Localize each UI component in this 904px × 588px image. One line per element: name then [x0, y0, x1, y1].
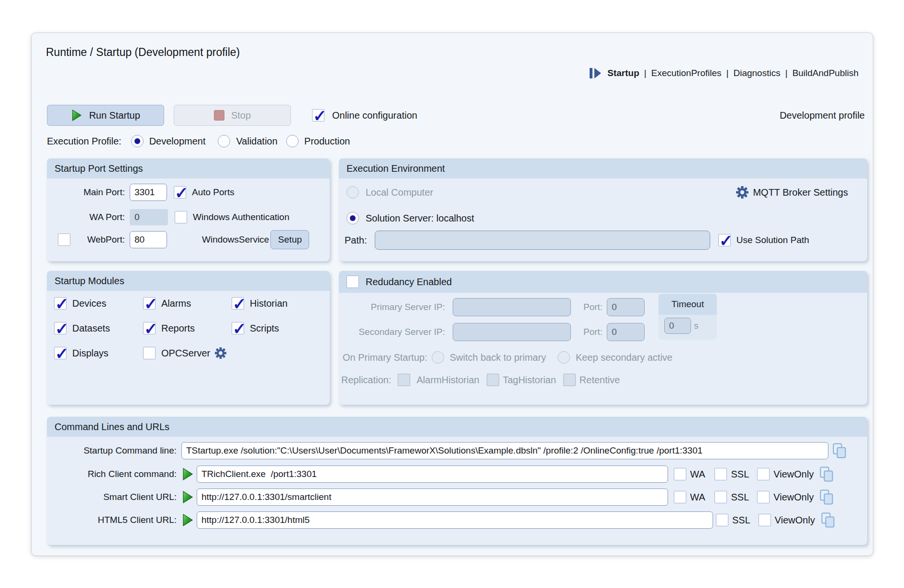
module-checkbox-reports[interactable]	[143, 322, 156, 334]
module-item: Historian	[232, 296, 288, 311]
rich-client-wa-checkbox[interactable]	[674, 468, 686, 480]
main-port-input[interactable]	[130, 184, 167, 201]
module-checkbox-historian[interactable]	[232, 297, 244, 310]
profile-radio-development[interactable]	[131, 135, 144, 147]
launch-play-icon[interactable]	[181, 513, 194, 527]
rich-client-ssl-checkbox[interactable]	[714, 468, 727, 480]
windows-service-setup-button[interactable]: Setup	[270, 230, 309, 249]
use-solution-path-checkbox[interactable]	[718, 234, 731, 246]
windows-service-label: WindowsService	[202, 234, 269, 245]
module-checkbox-scripts[interactable]	[232, 322, 244, 334]
command-lines-title: Command Lines and URLs	[47, 417, 867, 437]
check-icon	[55, 297, 69, 311]
web-port-row: WebPort: WindowsService Setup	[47, 230, 330, 249]
timeout-unit: s	[694, 321, 699, 331]
nav-tab-startup[interactable]: Startup	[607, 68, 639, 78]
nav-separator: |	[785, 68, 788, 78]
webport-label: WebPort:	[76, 234, 125, 245]
toolbar: Run Startup Stop Online configuration	[47, 105, 417, 126]
secondary-server-row: Secondary Server IP: Port:	[339, 322, 645, 342]
taghistorian-label: TagHistorian	[503, 375, 556, 386]
secondary-port-label: Port:	[583, 327, 603, 337]
smart-client-ssl-checkbox[interactable]	[714, 491, 727, 503]
retentive-label: Retentive	[580, 375, 620, 386]
html5-client-row: HTML5 Client URL: SSL ViewOnly	[53, 510, 835, 530]
html5-viewonly-checkbox[interactable]	[759, 514, 771, 526]
local-computer-radio	[346, 186, 359, 199]
stop-icon	[214, 110, 224, 121]
html5-ssl-checkbox[interactable]	[716, 514, 728, 526]
redundancy-enabled-checkbox[interactable]	[346, 276, 359, 288]
profile-radio-production[interactable]	[286, 135, 299, 147]
switch-back-label: Switch back to primary	[450, 352, 546, 363]
use-solution-path-label: Use Solution Path	[737, 235, 809, 245]
module-checkbox-datasets[interactable]	[54, 322, 67, 334]
startup-cmd-input[interactable]	[181, 442, 828, 459]
webport-checkbox[interactable]	[58, 233, 70, 246]
webport-input[interactable]	[130, 231, 167, 248]
gear-icon[interactable]	[215, 347, 226, 359]
profile-radio-validation[interactable]	[218, 135, 230, 147]
stop-button[interactable]: Stop	[174, 105, 291, 126]
nav-tab-diagnostics[interactable]: Diagnostics	[733, 68, 780, 78]
copy-icon[interactable]	[819, 489, 834, 505]
launch-play-icon[interactable]	[181, 467, 194, 481]
copy-icon[interactable]	[819, 466, 834, 482]
on-primary-startup-row: On Primary Startup: Switch back to prima…	[343, 350, 672, 365]
module-checkbox-displays[interactable]	[54, 347, 67, 359]
windows-auth-label: Windows Authentication	[193, 212, 290, 222]
runtime-startup-card: Runtime / Startup (Development profile) …	[31, 33, 873, 556]
wa-label: WA	[690, 469, 705, 480]
main-port-label: Main Port:	[47, 187, 125, 198]
module-checkbox-devices[interactable]	[54, 297, 67, 310]
stop-label: Stop	[231, 110, 251, 121]
smart-client-input[interactable]	[197, 488, 668, 506]
nav-separator: |	[644, 68, 647, 78]
module-checkbox-opcserver[interactable]	[143, 347, 156, 359]
check-icon	[55, 346, 69, 361]
check-icon	[175, 186, 189, 200]
timeout-input	[664, 318, 691, 334]
module-label: Devices	[72, 298, 106, 309]
module-item: Datasets	[54, 321, 110, 336]
run-startup-button[interactable]: Run Startup	[47, 105, 164, 126]
auto-ports-checkbox[interactable]	[174, 186, 186, 199]
module-label: Historian	[250, 298, 288, 309]
rich-client-viewonly-checkbox[interactable]	[757, 468, 770, 480]
online-config-checkbox[interactable]	[312, 109, 324, 122]
nav-tab-executionprofiles[interactable]: ExecutionProfiles	[651, 68, 722, 78]
nav-tab-buildandpublish[interactable]: BuildAndPublish	[792, 68, 859, 78]
smart-client-row: Smart Client URL: WA SSL ViewOnly	[53, 488, 834, 507]
auto-ports-label: Auto Ports	[192, 187, 234, 198]
check-icon	[719, 233, 733, 248]
wa-port-input	[130, 209, 168, 225]
profile-option-development[interactable]: Development	[149, 136, 206, 147]
startup-cmd-row: Startup Command line:	[53, 441, 847, 460]
profile-option-production[interactable]: Production	[304, 136, 350, 147]
redundancy-header: Redudancy Enabled	[339, 271, 867, 293]
copy-icon[interactable]	[832, 443, 847, 458]
viewonly-label: ViewOnly	[773, 492, 814, 503]
page: { "window": { "title": "Runtime / Startu…	[0, 0, 904, 588]
profile-option-validation[interactable]: Validation	[236, 136, 277, 147]
module-label: Datasets	[72, 323, 110, 334]
mqtt-broker-settings[interactable]: MQTT Broker Settings	[736, 184, 848, 200]
module-checkbox-alarms[interactable]	[143, 297, 156, 310]
module-item: Scripts	[232, 321, 279, 336]
rich-client-input[interactable]	[197, 466, 668, 483]
copy-icon[interactable]	[821, 512, 835, 528]
check-icon	[233, 322, 246, 336]
nav-separator: |	[726, 68, 729, 78]
primary-server-ip-label: Primary Server IP:	[339, 302, 445, 312]
gear-icon[interactable]	[736, 186, 748, 199]
html5-client-input[interactable]	[197, 511, 713, 529]
mqtt-broker-settings-label[interactable]: MQTT Broker Settings	[753, 187, 848, 198]
launch-play-icon[interactable]	[181, 490, 194, 504]
smart-client-viewonly-checkbox[interactable]	[757, 491, 770, 503]
execution-profile-row: Execution Profile: Development Validatio…	[47, 134, 350, 148]
solution-server-radio[interactable]	[346, 212, 359, 224]
windows-auth-checkbox[interactable]	[175, 211, 187, 223]
timeout-box: Timeout s	[658, 294, 717, 340]
smart-client-wa-checkbox[interactable]	[674, 491, 686, 503]
keep-secondary-radio	[558, 351, 570, 364]
